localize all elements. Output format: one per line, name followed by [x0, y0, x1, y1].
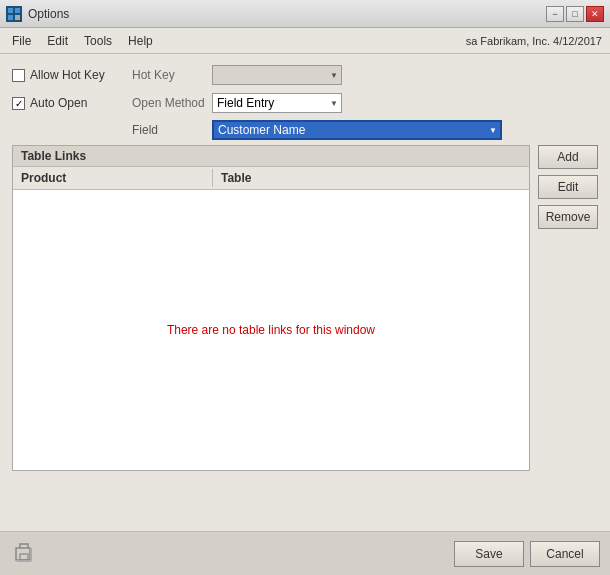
sub-options: Field Customer Name ▼	[132, 120, 598, 140]
field-label: Field	[132, 123, 212, 137]
title-bar-controls: − □ ✕	[546, 6, 604, 22]
auto-open-row: ✓ Auto Open Open Method Field Entry ▼	[12, 92, 598, 114]
field-value: Customer Name	[218, 123, 305, 137]
svg-rect-4	[20, 554, 28, 560]
user-info: sa Fabrikam, Inc. 4/12/2017	[466, 35, 606, 47]
menu-file[interactable]: File	[4, 31, 39, 51]
footer: Save Cancel	[0, 531, 610, 575]
auto-open-label: Auto Open	[30, 96, 87, 110]
table-links-header: Product Table	[13, 167, 529, 190]
remove-button[interactable]: Remove	[538, 205, 598, 229]
field-row: Field Customer Name ▼	[132, 120, 598, 140]
open-method-value: Field Entry	[217, 96, 274, 110]
table-links-body: There are no table links for this window	[13, 190, 529, 470]
allow-hotkey-row: Allow Hot Key Hot Key ▼	[12, 64, 598, 86]
add-button[interactable]: Add	[538, 145, 598, 169]
svg-rect-3	[15, 15, 20, 20]
menu-help[interactable]: Help	[120, 31, 161, 51]
field-dropdown-arrow: ▼	[489, 126, 497, 135]
window-title: Options	[28, 7, 69, 21]
title-bar-left: Options	[6, 6, 69, 22]
minimize-button[interactable]: −	[546, 6, 564, 22]
footer-buttons: Save Cancel	[454, 541, 600, 567]
buttons-panel: Add Edit Remove	[538, 145, 598, 471]
menu-items: File Edit Tools Help	[4, 31, 161, 51]
close-button[interactable]: ✕	[586, 6, 604, 22]
menu-edit[interactable]: Edit	[39, 31, 76, 51]
hotkey-field-label: Hot Key	[132, 68, 212, 82]
menu-bar: File Edit Tools Help sa Fabrikam, Inc. 4…	[0, 28, 610, 54]
col-product-header: Product	[13, 169, 213, 187]
auto-open-checkbox-label[interactable]: ✓ Auto Open	[12, 96, 132, 110]
allow-hotkey-checkbox[interactable]	[12, 69, 25, 82]
open-method-label: Open Method	[132, 96, 212, 110]
table-links-panel: Table Links Product Table There are no t…	[12, 145, 530, 471]
auto-open-checkbox[interactable]: ✓	[12, 97, 25, 110]
footer-icon	[10, 540, 38, 568]
menu-tools[interactable]: Tools	[76, 31, 120, 51]
allow-hotkey-checkbox-label[interactable]: Allow Hot Key	[12, 68, 132, 82]
title-bar: Options − □ ✕	[0, 0, 610, 28]
hotkey-dropdown-arrow: ▼	[330, 71, 338, 80]
open-method-dropdown[interactable]: Field Entry ▼	[212, 93, 342, 113]
save-button[interactable]: Save	[454, 541, 524, 567]
no-links-message: There are no table links for this window	[167, 323, 375, 337]
app-icon	[6, 6, 22, 22]
svg-rect-1	[15, 8, 20, 13]
edit-button[interactable]: Edit	[538, 175, 598, 199]
field-dropdown[interactable]: Customer Name ▼	[212, 120, 502, 140]
main-content: Allow Hot Key Hot Key ▼ ✓ Auto Open Open…	[0, 54, 610, 531]
cancel-button[interactable]: Cancel	[530, 541, 600, 567]
open-method-arrow: ▼	[330, 99, 338, 108]
table-links-title: Table Links	[13, 146, 529, 167]
svg-rect-2	[8, 15, 13, 20]
maximize-button[interactable]: □	[566, 6, 584, 22]
svg-rect-0	[8, 8, 13, 13]
col-table-header: Table	[213, 169, 529, 187]
hotkey-dropdown[interactable]: ▼	[212, 65, 342, 85]
table-links-section: Table Links Product Table There are no t…	[12, 145, 598, 471]
allow-hotkey-label: Allow Hot Key	[30, 68, 105, 82]
